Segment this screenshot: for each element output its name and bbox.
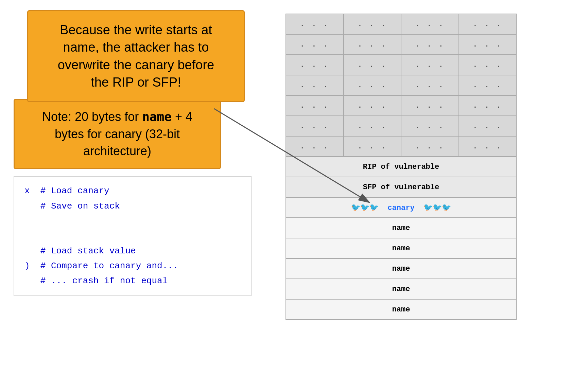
code-line-5: # Load stack value: [24, 244, 241, 258]
dot-cell: . . .: [401, 34, 459, 55]
name-label: name: [286, 299, 516, 320]
dot-cell: . . .: [401, 95, 459, 116]
code-line-7: # ... crash if not equal: [24, 273, 241, 288]
dot-cell: . . .: [344, 95, 401, 116]
dot-cell: . . .: [344, 55, 401, 75]
explanation-text: Because the write starts at name, the at…: [58, 23, 214, 89]
dot-cell: . . .: [286, 116, 344, 136]
name-label: name: [286, 258, 516, 279]
dot-cell: . . .: [344, 136, 401, 157]
dot-cell: . . .: [401, 75, 459, 95]
code-line-4: [24, 229, 241, 244]
dot-cell: . . .: [459, 55, 517, 75]
dot-cell: . . .: [286, 34, 344, 55]
explanation-box-top: Because the write starts at name, the at…: [27, 10, 245, 102]
dot-cell: . . .: [459, 116, 517, 136]
name-label: name: [286, 218, 516, 238]
name-row-4: name: [286, 279, 516, 299]
dot-cell: . . .: [401, 14, 459, 34]
dot-cell: . . .: [286, 55, 344, 75]
dot-cell: . . .: [286, 136, 344, 157]
dot-cell: . . .: [459, 34, 517, 55]
sfp-row: SFP of vulnerable: [286, 177, 516, 197]
left-side: Because the write starts at name, the at…: [14, 10, 252, 367]
table-row: . . . . . . . . . . . .: [286, 34, 516, 55]
name-label: name: [286, 238, 516, 258]
code-block: x # Load canary # Save on stack # Load s…: [14, 176, 252, 296]
note-text: Note: 20 bytes for name + 4 bytes for ca…: [42, 110, 192, 158]
dot-cell: . . .: [401, 136, 459, 157]
code-line-1: x # Load canary: [24, 183, 241, 198]
name-row-5: name: [286, 299, 516, 320]
dot-cell: . . .: [344, 34, 401, 55]
code-line-3: [24, 214, 241, 229]
rip-row: RIP of vulnerable: [286, 157, 516, 177]
dot-cell: . . .: [286, 75, 344, 95]
table-row: . . . . . . . . . . . .: [286, 95, 516, 116]
main-container: Because the write starts at name, the at…: [0, 0, 588, 377]
table-row: . . . . . . . . . . . .: [286, 116, 516, 136]
dot-cell: . . .: [401, 116, 459, 136]
code-line-6: ) # Compare to canary and...: [24, 258, 241, 273]
canary-label: 🐦🐦🐦 canary 🐦🐦🐦: [286, 197, 516, 218]
rip-label: RIP of vulnerable: [286, 157, 516, 177]
dot-cell: . . .: [286, 14, 344, 34]
dot-cell: . . .: [459, 14, 517, 34]
table-row: . . . . . . . . . . . .: [286, 136, 516, 157]
canary-row: 🐦🐦🐦 canary 🐦🐦🐦: [286, 197, 516, 218]
name-label: name: [286, 279, 516, 299]
dot-cell: . . .: [459, 136, 517, 157]
dot-cell: . . .: [459, 95, 517, 116]
dot-cell: . . .: [344, 116, 401, 136]
dot-cell: . . .: [344, 14, 401, 34]
dot-cell: . . .: [344, 75, 401, 95]
dot-cell: . . .: [459, 75, 517, 95]
right-side: . . . . . . . . . . . . . . . . . . . . …: [272, 10, 574, 367]
name-row-3: name: [286, 258, 516, 279]
dot-cell: . . .: [401, 55, 459, 75]
name-row-2: name: [286, 238, 516, 258]
table-row: . . . . . . . . . . . .: [286, 75, 516, 95]
stack-memory-table: . . . . . . . . . . . . . . . . . . . . …: [286, 14, 517, 320]
explanation-box-bottom: Note: 20 bytes for name + 4 bytes for ca…: [14, 99, 221, 169]
table-row: . . . . . . . . . . . .: [286, 55, 516, 75]
name-row-1: name: [286, 218, 516, 238]
dot-cell: . . .: [286, 95, 344, 116]
code-line-2: # Save on stack: [24, 199, 241, 214]
table-row: . . . . . . . . . . . .: [286, 14, 516, 34]
sfp-label: SFP of vulnerable: [286, 177, 516, 197]
